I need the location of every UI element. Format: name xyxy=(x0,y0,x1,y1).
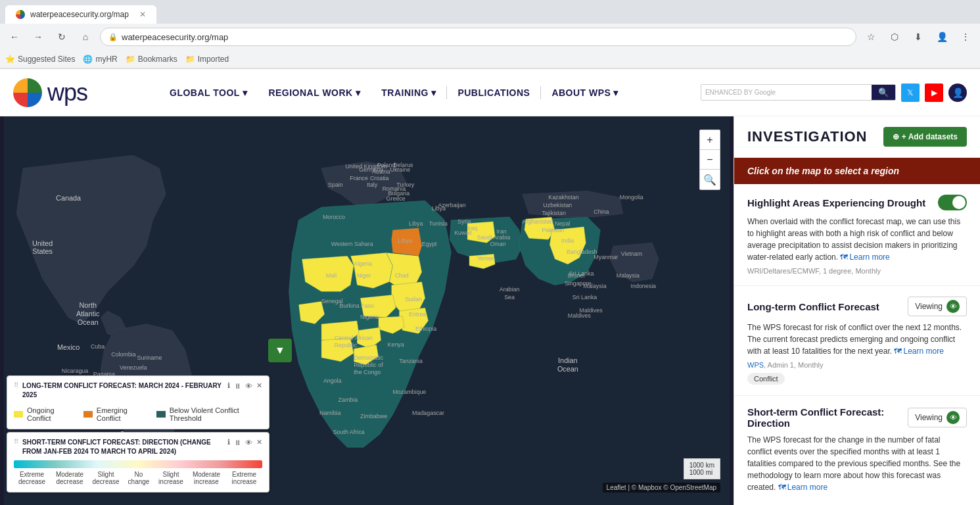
legend-shortterm-controls: ℹ ⏸ 👁 ✕ xyxy=(227,438,262,446)
longterm-learn-more[interactable]: Learn more xyxy=(903,345,943,357)
nav-item-training[interactable]: TRAINING ▾ xyxy=(371,69,446,116)
shortterm-title: Short-term Conflict Forecast: Direction xyxy=(747,406,908,429)
bookmark-imported[interactable]: 📁 Imported xyxy=(185,55,229,64)
address-bar[interactable]: 🔒 waterpeacesecurity.org/map xyxy=(100,28,856,46)
emerging-conflict-swatch xyxy=(83,411,93,418)
bookmark-bookmarks[interactable]: 📁 Bookmarks xyxy=(126,55,177,64)
eye-icon: 👁 xyxy=(946,300,960,313)
enhanced-by-label: ENHANCED BY Google xyxy=(701,89,780,96)
map-attribution[interactable]: Leaflet | © Mapbox © OpenStreetMap xyxy=(603,483,720,493)
shortterm-learn-more[interactable]: Learn more xyxy=(787,481,828,493)
svg-text:Nepal: Nepal xyxy=(555,220,570,227)
legend-info-button[interactable]: ℹ xyxy=(227,381,230,390)
legend-shortterm: ⠿ SHORT-TERM CONFLICT FORECAST: DIRECTIO… xyxy=(7,432,269,493)
drought-learn-more[interactable]: Learn more xyxy=(849,251,889,263)
wps-link[interactable]: WPS xyxy=(747,361,764,369)
longterm-desc: The WPS forecast for risk of conflict ov… xyxy=(747,322,967,357)
menu-button[interactable]: ⋮ xyxy=(956,28,975,46)
map-container[interactable]: United States Canada Mexico Nicaragua Gu… xyxy=(0,116,734,505)
drought-toggle[interactable] xyxy=(938,195,967,210)
google-search-bar[interactable]: ENHANCED BY Google 🔍 xyxy=(701,84,896,101)
longterm-title-row: Long-term Conflict Forecast Viewing 👁 xyxy=(747,297,967,316)
drought-desc: When overlaid with the conflict forecast… xyxy=(747,216,967,263)
svg-text:Malaysia: Malaysia xyxy=(617,272,640,279)
forward-button[interactable]: → xyxy=(29,28,47,46)
svg-text:Angola: Angola xyxy=(323,377,342,384)
main-content: United States Canada Mexico Nicaragua Gu… xyxy=(0,116,980,505)
shortterm-viewing-button[interactable]: Viewing 👁 xyxy=(908,408,967,427)
nav-item-about[interactable]: ABOUT WPS ▾ xyxy=(541,69,629,116)
svg-text:Myanmar: Myanmar xyxy=(594,254,618,260)
add-datasets-button[interactable]: ⊕ + Add datasets xyxy=(883,127,967,147)
svg-text:Colombia: Colombia xyxy=(111,351,136,358)
scroll-down-button[interactable]: ▼ xyxy=(268,339,292,362)
svg-text:Libya: Libya xyxy=(409,220,423,227)
legend-item-ongoing: Ongoing Conflict xyxy=(14,406,74,422)
svg-text:Burkina Faso: Burkina Faso xyxy=(340,302,374,309)
legend-longterm-controls: ℹ ⏸ 👁 ✕ xyxy=(227,381,262,390)
label-extreme-increase: Extreme increase xyxy=(226,471,262,485)
svg-text:Ethiopia: Ethiopia xyxy=(415,325,436,332)
svg-text:Yemen: Yemen xyxy=(477,255,495,262)
legend-pause-button[interactable]: ⏸ xyxy=(234,382,241,390)
svg-text:Kazakhstan: Kazakhstan xyxy=(548,194,578,201)
legend-eye-button[interactable]: 👁 xyxy=(245,382,252,390)
chevron-down-icon3: ▾ xyxy=(431,87,436,98)
drought-source: WRI/Deltares/ECMWF, 1 degree, Monthly xyxy=(747,267,967,275)
svg-text:Pakistan: Pakistan xyxy=(542,227,564,233)
reload-button[interactable]: ↻ xyxy=(53,28,71,46)
nav-item-global-tool[interactable]: GLOBAL TOOL ▾ xyxy=(159,69,258,116)
svg-text:Niger: Niger xyxy=(357,272,371,279)
youtube-icon[interactable]: ▶ xyxy=(925,84,943,102)
bookmark-folder-icon: 📁 xyxy=(126,55,135,64)
legend2-pause-button[interactable]: ⏸ xyxy=(234,439,241,446)
site-wrapper: wps GLOBAL TOOL ▾ REGIONAL WORK ▾ TRAINI… xyxy=(0,69,980,505)
svg-text:Azerbaijan: Azerbaijan xyxy=(438,202,466,208)
label-moderate-decrease: Moderate decrease xyxy=(52,471,88,485)
svg-text:Libya: Libya xyxy=(398,237,411,244)
drag-handle-icon[interactable]: ⠿ xyxy=(14,381,18,389)
svg-text:Egypt: Egypt xyxy=(422,241,437,247)
user-icon[interactable]: 👤 xyxy=(948,84,967,102)
legend2-close-button[interactable]: ✕ xyxy=(256,438,262,446)
bookmark-myhr[interactable]: 🌐 myHR xyxy=(83,55,117,64)
url-text: waterpeacesecurity.org/map xyxy=(122,32,228,42)
search-button[interactable]: 🔍 xyxy=(872,85,895,100)
search-location-button[interactable]: 🔍 xyxy=(700,170,720,189)
home-button[interactable]: ⌂ xyxy=(76,28,95,46)
drag-handle-icon2[interactable]: ⠿ xyxy=(14,438,18,445)
tab-close[interactable]: ✕ xyxy=(139,10,146,19)
legend2-eye-button[interactable]: 👁 xyxy=(245,439,252,446)
back-button[interactable]: ← xyxy=(5,28,24,46)
legend2-info-button[interactable]: ℹ xyxy=(227,438,230,446)
search-input[interactable] xyxy=(780,85,872,100)
legend-close-button[interactable]: ✕ xyxy=(256,381,262,390)
nav-item-regional-work[interactable]: REGIONAL WORK ▾ xyxy=(258,69,371,116)
longterm-viewing-button[interactable]: Viewing 👁 xyxy=(908,297,967,316)
site-logo-text[interactable]: wps xyxy=(47,79,87,107)
chevron-down-icon2: ▾ xyxy=(356,87,361,98)
profile-button[interactable]: 👤 xyxy=(933,28,951,46)
zoom-out-button[interactable]: − xyxy=(700,150,720,170)
svg-text:Mali: Mali xyxy=(326,272,337,279)
emerging-label: Emerging Conflict xyxy=(97,406,147,422)
info-icon3: 🗺 xyxy=(778,481,786,493)
legend-longterm: ⠿ LONG-TERM CONFLICT FORECAST: MARCH 202… xyxy=(7,375,269,429)
svg-text:Ocean: Ocean xyxy=(557,365,578,373)
nav-item-publications[interactable]: PUBLICATIONS xyxy=(447,69,540,116)
label-slight-increase: Slight increase xyxy=(155,471,187,485)
chevron-down-icon: ▾ xyxy=(243,87,248,98)
extensions-button[interactable]: ⬡ xyxy=(885,28,904,46)
bookmark-suggested[interactable]: ⭐ Suggested Sites xyxy=(5,55,75,64)
svg-text:Chad: Chad xyxy=(394,272,408,279)
ongoing-label: Ongoing Conflict xyxy=(27,406,74,422)
svg-text:Madagascar: Madagascar xyxy=(412,410,444,416)
zoom-in-button[interactable]: + xyxy=(700,130,720,150)
bookmark-button[interactable]: ☆ xyxy=(862,28,880,46)
svg-text:Syria: Syria xyxy=(457,218,471,225)
label-no-change: No change xyxy=(124,471,154,485)
svg-text:Ocean: Ocean xyxy=(78,318,99,326)
download-button[interactable]: ⬇ xyxy=(909,28,927,46)
bookmark-folder-icon2: 📁 xyxy=(185,55,195,64)
twitter-icon[interactable]: 𝕏 xyxy=(901,84,920,102)
